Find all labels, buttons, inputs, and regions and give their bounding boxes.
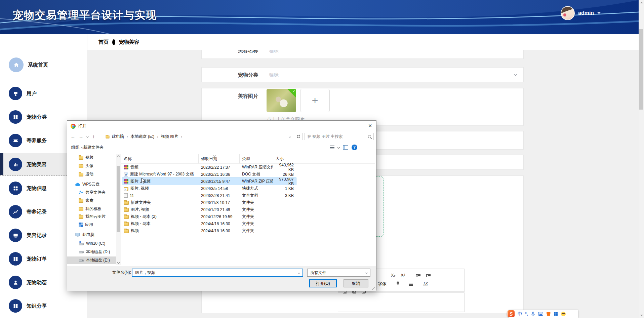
editor-content-area[interactable] — [338, 292, 465, 312]
font-spinner[interactable] — [397, 281, 399, 286]
grid-icon — [9, 252, 22, 266]
history-chevron-icon[interactable] — [86, 135, 89, 137]
user-menu[interactable]: admin — [561, 6, 601, 20]
field-value-name[interactable]: 猫咪 — [269, 50, 279, 54]
filename-dropdown-icon[interactable] — [298, 271, 300, 274]
sidebar-item-0[interactable]: 系统首页 — [0, 57, 87, 72]
sidebar-item-10[interactable]: 知识分享 — [0, 299, 87, 313]
open-file-dialog: 打开 ✕ ← → ↑ 此电脑›本地磁盘 (E:)›视频 图片› 在 视频 图片 … — [67, 120, 376, 290]
tree-item-6[interactable]: 我的模板 — [67, 205, 116, 212]
subscript-button[interactable]: X₂ — [391, 273, 396, 278]
new-folder-button[interactable]: 新建文件夹 — [83, 145, 104, 150]
tree-item-0[interactable]: 视频 — [67, 154, 116, 161]
keyboard-icon[interactable] — [538, 312, 543, 316]
tree-item-11[interactable]: 本地磁盘 (D:) — [67, 248, 116, 255]
file-row-1[interactable]: W新建 Microsoft Word 97 - 2003 文档 2023/2/2… — [122, 171, 296, 178]
address-crumb[interactable]: 此电脑 — [112, 134, 124, 140]
file-name: 新建 Microsoft Word 97 - 2003 文档 — [130, 171, 194, 177]
address-crumb[interactable]: 视频 图片 — [161, 134, 178, 140]
home-icon — [9, 57, 24, 72]
uploaded-image-thumbnail[interactable]: ✓ — [267, 89, 296, 112]
chevron-down-icon[interactable] — [514, 73, 517, 76]
help-icon[interactable]: ? — [352, 145, 357, 150]
tree-scrollbar-thumb[interactable] — [117, 166, 120, 232]
ime-punctuation-icon[interactable]: °, — [525, 311, 528, 316]
file-size: 26 KB — [273, 172, 296, 177]
folder-icon — [124, 222, 129, 226]
tree-item-10[interactable]: Win10 (C:) — [67, 240, 116, 247]
field-value-category[interactable]: 猫咪 — [269, 72, 279, 78]
filetype-value: 所有文件 — [310, 270, 326, 276]
scrollbar-up-icon[interactable] — [640, 2, 643, 3]
column-header-1[interactable]: 修改日期 — [199, 154, 240, 163]
breadcrumb-home[interactable]: 首页 — [98, 39, 109, 45]
ime-language-icon[interactable]: 中 — [518, 311, 522, 317]
filetype-select[interactable]: 所有文件 — [307, 269, 370, 277]
emoji-icon[interactable] — [561, 312, 566, 316]
tree-item-12[interactable]: 本地磁盘 (E:) — [67, 256, 116, 264]
tree-scrollbar[interactable] — [116, 154, 121, 265]
organize-button[interactable]: 组织 — [71, 145, 83, 150]
sogou-logo-icon[interactable]: S — [508, 310, 515, 317]
cancel-button[interactable]: 取消 — [344, 279, 368, 287]
skin-icon[interactable] — [546, 312, 551, 316]
back-icon[interactable]: ← — [71, 134, 75, 139]
view-mode-icon[interactable] — [330, 146, 334, 149]
scroll-up-icon[interactable] — [117, 156, 120, 159]
sidebar-item-1[interactable]: 用户 — [0, 86, 87, 101]
page-scrollbar-thumb[interactable] — [639, 29, 643, 110]
font-select[interactable]: 字体 — [378, 281, 387, 287]
scrollbar-down-icon[interactable] — [640, 315, 643, 316]
refresh-button[interactable] — [294, 133, 303, 140]
outdent-button[interactable] — [416, 273, 420, 278]
file-row-5[interactable]: 新建文件夹 2023/11/8 10:17 文件夹 — [122, 199, 296, 206]
up-icon[interactable]: ↑ — [92, 134, 95, 139]
sidebar-item-label: 用户 — [27, 90, 37, 97]
resize-grip[interactable] — [372, 287, 375, 290]
filename-value: 图片，视频 — [135, 270, 155, 276]
field-label-category: 宠物分类 — [202, 72, 258, 78]
tree-item-1[interactable]: 头像 — [67, 162, 116, 169]
tree-item-9[interactable]: 此电脑 — [67, 231, 116, 238]
tree-item-8[interactable]: 应用 — [67, 221, 116, 228]
tree-item-3[interactable]: WPS云盘 — [67, 181, 116, 188]
person-icon — [9, 276, 22, 289]
tree-item-4[interactable]: 共享文件夹 — [67, 189, 116, 196]
grid-icon — [9, 182, 22, 195]
file-row-6[interactable]: 图片, 视频 2024/1/20 21:49 文件夹 — [122, 206, 296, 213]
tree-item-7[interactable]: 我的云图片 — [67, 213, 116, 220]
view-mode-chevron-icon[interactable] — [337, 146, 340, 148]
close-icon[interactable]: ✕ — [368, 123, 372, 128]
forward-icon[interactable]: → — [79, 134, 83, 139]
tree-item-2[interactable]: 运动 — [67, 170, 116, 178]
file-row-3[interactable]: 图片, 视频 2024/3/5 14:58 快捷方式 1 KB — [122, 185, 296, 192]
mic-icon[interactable] — [531, 312, 535, 316]
file-row-4[interactable]: 11 2023/2/28 21:41 文本文档 3 KB — [122, 192, 296, 199]
address-bar[interactable]: 此电脑›本地磁盘 (E:)›视频 图片› — [103, 133, 293, 140]
ime-menu-icon[interactable] — [554, 312, 558, 316]
search-icon — [368, 135, 371, 138]
column-header-3[interactable]: 大小 — [273, 154, 296, 163]
upload-image-button[interactable]: + — [300, 89, 330, 112]
line-height-button[interactable] — [409, 282, 413, 287]
file-row-2[interactable]: 图片，视频 2023/12/15 9:47 WinRAR ZIP 压缩... 9… — [122, 178, 296, 185]
file-row-9[interactable]: 视频 2024/4/18 16:30 文件夹 — [122, 227, 296, 234]
search-input[interactable]: 在 视频 图片 中搜索 — [305, 133, 374, 140]
tree-item-5[interactable]: 家禽 — [67, 197, 116, 204]
file-row-8[interactable]: 视频 - 副本 2024/4/18 16:30 文件夹 — [122, 220, 296, 227]
file-row-7[interactable]: 视频 - 副本 (2) 2024/12/26 19:59 文件夹 — [122, 213, 296, 220]
superscript-button[interactable]: X² — [401, 273, 405, 278]
clear-format-button[interactable]: Tx — [423, 281, 428, 286]
preview-pane-icon[interactable] — [343, 145, 348, 150]
page-scrollbar[interactable] — [639, 0, 644, 318]
address-dropdown-icon[interactable] — [289, 135, 291, 137]
dialog-titlebar[interactable]: 打开 ✕ — [67, 121, 376, 131]
column-header-2[interactable]: 类型 — [240, 154, 273, 163]
scroll-down-icon[interactable] — [117, 261, 120, 264]
open-button[interactable]: 打开(O) — [309, 279, 337, 287]
indent-button[interactable] — [426, 273, 431, 278]
address-crumb[interactable]: 本地磁盘 (E:) — [131, 134, 155, 140]
column-header-0[interactable]: 名称 — [121, 154, 199, 163]
file-row-0[interactable]: 音频 2023/2/22 17:37 WinRAR 压缩文件 943,962 K… — [122, 164, 296, 171]
filename-input[interactable]: 图片，视频 — [132, 269, 303, 277]
